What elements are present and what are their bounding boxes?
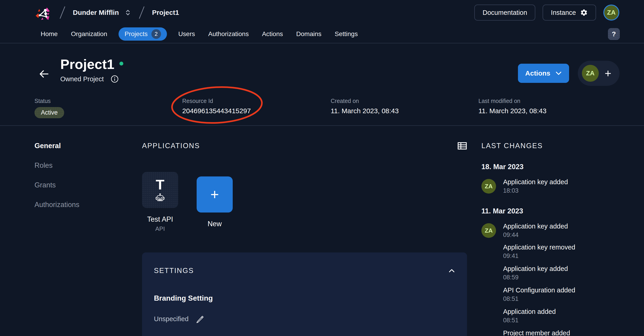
change-title: Project member added	[503, 330, 570, 336]
info-icon[interactable]	[110, 75, 119, 83]
tab-projects[interactable]: Projects2	[118, 27, 167, 41]
change-title: API Configuration added	[503, 287, 575, 294]
edit-pencil-icon[interactable]	[196, 314, 204, 324]
help-button[interactable]: ?	[608, 28, 620, 40]
sidebar-item-authorizations[interactable]: Authorizations	[34, 201, 142, 209]
plus-icon: +	[210, 187, 219, 202]
tab-home[interactable]: Home	[41, 30, 58, 38]
breadcrumb-separator	[139, 6, 144, 19]
change-date: 11. Mar 2023	[482, 207, 619, 215]
new-application-card[interactable]: + New	[197, 172, 233, 232]
tab-settings[interactable]: Settings	[335, 30, 358, 38]
back-button[interactable]	[38, 69, 50, 80]
change-time: 09:44	[503, 232, 568, 239]
sidebar-item-general[interactable]: General	[34, 142, 142, 150]
tab-users[interactable]: Users	[178, 30, 195, 38]
tab-label: Projects	[124, 30, 148, 38]
last-changes-panel: LAST CHANGES 18. Mar 2023ZAApplication k…	[482, 142, 619, 336]
actions-label: Actions	[525, 69, 550, 77]
add-member-button[interactable]: +	[605, 67, 611, 79]
new-application-tile: +	[197, 176, 233, 213]
robot-icon	[155, 193, 165, 202]
change-entry: ZAApplication key added09:44	[482, 223, 619, 239]
sidebar-item-roles[interactable]: Roles	[34, 161, 142, 170]
applications-heading: APPLICATIONS	[142, 142, 200, 150]
settings-card: SETTINGS Branding Setting Unspecified	[142, 253, 467, 336]
change-entry: Application added08:51	[482, 308, 619, 324]
zitadel-console: Dunder Mifflin Project1 Documentation In…	[0, 0, 644, 336]
application-card-test-api[interactable]: T Test API API	[142, 172, 178, 232]
org-name: Dunder Mifflin	[73, 9, 119, 16]
project-meta-row: Status Active Resource Id 20469613544341…	[34, 98, 619, 118]
table-view-toggle-button[interactable]	[458, 142, 467, 150]
member-avatar[interactable]: ZA	[582, 65, 599, 82]
change-time: 18:03	[503, 187, 568, 194]
tab-projects-badge: 2	[152, 29, 161, 39]
application-initial: T	[156, 178, 164, 192]
modified-value: 11. March 2023, 08:43	[478, 107, 619, 115]
application-name: Test API	[142, 215, 178, 224]
actions-button[interactable]: Actions	[518, 64, 569, 83]
application-type: API	[142, 225, 178, 232]
project-sidebar: GeneralRolesGrantsAuthorizations	[34, 142, 142, 336]
tab-label: Domains	[296, 30, 321, 38]
user-avatar[interactable]: ZA	[603, 4, 619, 20]
status-badge: Active	[34, 107, 64, 118]
resource-id-label: Resource Id	[182, 98, 331, 104]
tab-label: Users	[178, 30, 195, 38]
created-value: 11. March 2023, 08:43	[331, 107, 478, 115]
created-field: Created on 11. March 2023, 08:43	[331, 98, 478, 118]
settings-heading: SETTINGS	[154, 267, 194, 275]
tab-label: Home	[41, 30, 58, 38]
avatar: ZA	[482, 223, 496, 238]
resource-id-field: Resource Id 204696135443415297	[182, 98, 331, 118]
chevron-down-icon	[556, 71, 562, 75]
change-entry: Project member added08:43	[482, 330, 619, 336]
change-time: 08:51	[503, 317, 556, 324]
modified-field: Last modified on 11. March 2023, 08:43	[478, 98, 619, 118]
change-title: Application key added	[503, 178, 568, 186]
resource-id-value[interactable]: 204696135443415297	[182, 107, 331, 115]
tab-actions[interactable]: Actions	[262, 30, 283, 38]
change-date: 18. Mar 2023	[482, 163, 619, 171]
project-members-group: ZA +	[578, 61, 620, 86]
plus-icon: +	[605, 67, 611, 80]
sidebar-item-grants[interactable]: Grants	[34, 181, 142, 189]
tab-organization[interactable]: Organization	[71, 30, 107, 38]
modified-label: Last modified on	[478, 98, 619, 104]
project-active-dot	[120, 62, 123, 65]
branding-setting-label: Branding Setting	[154, 294, 455, 303]
documentation-button[interactable]: Documentation	[474, 4, 535, 20]
change-title: Application key added	[503, 265, 568, 273]
change-entry: API Configuration added08:51	[482, 287, 619, 303]
tab-domains[interactable]: Domains	[296, 30, 321, 38]
documentation-label: Documentation	[482, 9, 527, 16]
main-column: APPLICATIONS T	[142, 142, 467, 336]
instance-button[interactable]: Instance	[542, 4, 596, 20]
change-time: 09:41	[503, 253, 575, 260]
breadcrumb-project[interactable]: Project1	[152, 9, 179, 16]
avatar: ZA	[482, 179, 496, 194]
branding-setting-value: Unspecified	[154, 315, 189, 323]
last-changes-heading: LAST CHANGES	[482, 142, 619, 150]
tab-label: Organization	[71, 30, 107, 38]
collapse-button[interactable]	[448, 268, 455, 273]
project-header: Project1 Owned Project Actions Z	[0, 43, 644, 126]
change-time: 08:59	[503, 274, 568, 281]
content-area: GeneralRolesGrantsAuthorizations APPLICA…	[0, 126, 644, 336]
new-application-label: New	[197, 220, 233, 228]
change-title: Application added	[503, 308, 556, 316]
change-title: Application key added	[503, 223, 568, 230]
change-time: 08:51	[503, 295, 575, 303]
created-label: Created on	[331, 98, 478, 104]
org-switcher[interactable]: Dunder Mifflin	[73, 9, 131, 16]
zitadel-logo-icon[interactable]	[34, 3, 52, 22]
project-type-label: Owned Project	[60, 75, 104, 83]
page-title: Project1	[60, 57, 114, 72]
application-tile: T	[142, 172, 178, 208]
change-entry: Application key added08:59	[482, 265, 619, 281]
tab-authorizations[interactable]: Authorizations	[208, 30, 249, 38]
main-nav: HomeOrganizationProjects2UsersAuthorizat…	[0, 25, 644, 43]
instance-label: Instance	[551, 9, 576, 16]
change-entry: Application key removed09:41	[482, 244, 619, 260]
